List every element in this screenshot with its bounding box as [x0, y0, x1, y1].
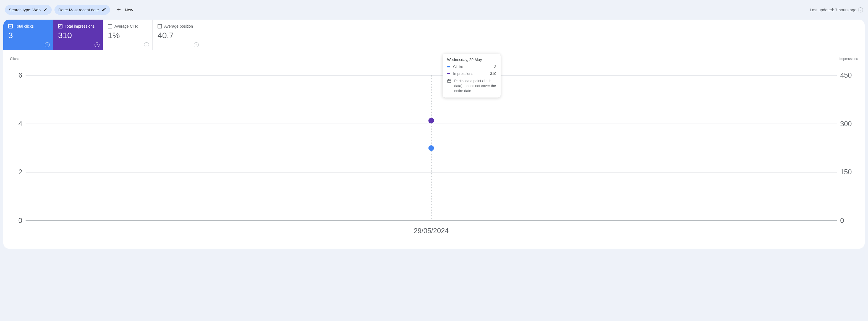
metric-value: 40.7	[158, 31, 197, 40]
checkbox-checked-icon	[58, 24, 62, 28]
tooltip-note-text: Partial data point (fresh data) – does n…	[454, 78, 496, 94]
filter-date[interactable]: Date: Most recent date	[55, 5, 110, 14]
checkbox-unchecked-icon	[108, 24, 112, 28]
calendar-icon	[447, 78, 452, 94]
metric-label: Total impressions	[65, 24, 95, 28]
chart-area: Clicks Impressions 0 2 4 6 0 150 300 450	[3, 50, 865, 249]
performance-card: Total clicks 3 ? Total impressions 310 ?…	[3, 20, 865, 249]
y-left-tick: 2	[19, 168, 22, 176]
y-left-tick: 6	[19, 71, 22, 79]
filter-search-type[interactable]: Search type: Web	[5, 5, 52, 14]
filter-search-type-label: Search type: Web	[9, 8, 41, 12]
y-axis-left-title: Clicks	[10, 57, 19, 61]
chart-tooltip: Wednesday, 29 May Clicks 3 Impressions 3…	[442, 54, 501, 98]
checkbox-unchecked-icon	[158, 24, 162, 28]
metric-average-ctr[interactable]: Average CTR 1% ?	[103, 20, 153, 50]
y-right-tick: 150	[840, 168, 852, 176]
y-right-tick: 0	[840, 217, 844, 224]
metric-label: Average position	[164, 24, 193, 28]
metric-label: Total clicks	[15, 24, 34, 28]
metrics-row: Total clicks 3 ? Total impressions 310 ?…	[3, 20, 865, 50]
help-icon[interactable]: ?	[858, 7, 863, 12]
metric-value: 1%	[108, 31, 147, 40]
add-filter-label: New	[125, 7, 133, 12]
data-point-impressions[interactable]	[429, 118, 434, 124]
swatch-impressions	[447, 73, 450, 74]
metric-average-position[interactable]: Average position 40.7 ?	[153, 20, 203, 50]
metric-label: Average CTR	[115, 24, 138, 28]
help-icon[interactable]: ?	[45, 42, 50, 47]
svg-rect-4	[447, 79, 451, 83]
metric-value: 3	[8, 31, 48, 40]
pencil-icon	[43, 7, 48, 12]
metric-total-impressions[interactable]: Total impressions 310 ?	[53, 20, 103, 50]
help-icon[interactable]: ?	[144, 42, 149, 47]
y-right-tick: 450	[840, 71, 852, 79]
swatch-clicks	[447, 66, 450, 67]
help-icon[interactable]: ?	[95, 42, 99, 47]
tooltip-impressions-label: Impressions	[453, 71, 487, 76]
y-left-tick: 4	[19, 120, 22, 128]
y-left-tick: 0	[19, 217, 22, 224]
y-axis-right-title: Impressions	[840, 57, 858, 61]
checkbox-checked-icon	[8, 24, 13, 28]
help-icon[interactable]: ?	[194, 42, 199, 47]
filter-bar: Search type: Web Date: Most recent date …	[3, 0, 865, 20]
plus-icon	[116, 7, 122, 13]
x-tick: 29/05/2024	[414, 227, 449, 234]
y-right-tick: 300	[840, 120, 852, 128]
metric-value: 310	[58, 31, 98, 40]
last-updated: Last updated: 7 hours ago ?	[810, 7, 866, 12]
add-filter-button[interactable]: New	[113, 5, 136, 14]
tooltip-clicks-value: 3	[494, 65, 496, 69]
tooltip-impressions-value: 310	[490, 71, 496, 76]
metric-total-clicks[interactable]: Total clicks 3 ?	[3, 20, 53, 50]
tooltip-title: Wednesday, 29 May	[447, 58, 496, 62]
performance-chart: 0 2 4 6 0 150 300 450 29/05/2024	[9, 53, 859, 243]
filter-date-label: Date: Most recent date	[58, 8, 99, 12]
tooltip-clicks-label: Clicks	[453, 65, 491, 69]
pencil-icon	[102, 7, 106, 12]
data-point-clicks[interactable]	[429, 145, 434, 151]
last-updated-label: Last updated: 7 hours ago	[810, 8, 857, 12]
